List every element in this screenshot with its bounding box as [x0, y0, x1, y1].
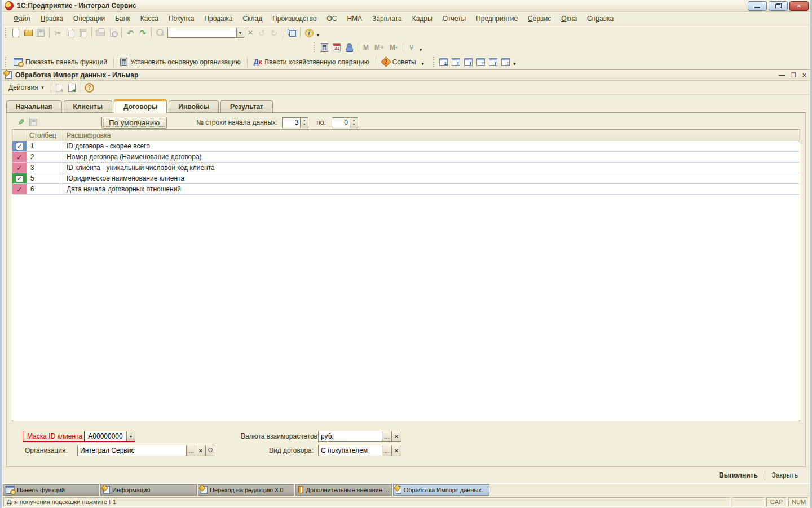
organization-open-icon[interactable]	[206, 445, 215, 456]
save-icon[interactable]	[34, 27, 47, 39]
edit-pencil-icon[interactable]: ✎	[15, 116, 27, 129]
print-preview-icon[interactable]	[107, 27, 119, 39]
table-row[interactable]: ✓ 2 Номер договора (Наименование договор…	[12, 152, 800, 163]
memory-recall-button[interactable]: M	[360, 43, 372, 51]
totals-table-icon[interactable]	[438, 56, 450, 68]
search-input[interactable]	[167, 28, 236, 38]
clear-search-icon[interactable]: ✕	[245, 29, 255, 37]
currency-clear-icon[interactable]: ✕	[392, 431, 401, 442]
mask-dropdown-icon[interactable]: ▼	[126, 431, 135, 441]
menu-item[interactable]: Банк	[110, 13, 135, 24]
save-disabled-icon[interactable]	[27, 116, 39, 129]
menu-item[interactable]: Склад	[237, 13, 267, 24]
document-convert-icon[interactable]	[500, 56, 512, 68]
tab-клиенты[interactable]: Клиенты	[64, 100, 112, 112]
toolbar-grip[interactable]	[4, 57, 8, 67]
organization-input[interactable]	[77, 445, 187, 456]
memory-minus-button[interactable]: M-	[387, 43, 400, 51]
close-button[interactable]: ✕	[789, 1, 809, 11]
calculator-icon[interactable]	[318, 41, 330, 54]
paste-icon[interactable]	[77, 27, 89, 39]
cut-icon[interactable]: ✂	[52, 27, 64, 39]
save-settings-icon[interactable]	[66, 81, 78, 94]
find-prev-icon[interactable]: ↻	[268, 27, 280, 39]
menu-item[interactable]: Покупка	[164, 13, 199, 24]
toolbar-more-icon[interactable]: ▼	[418, 47, 423, 52]
taskbar-button[interactable]: Переход на редакцию 3.0	[198, 484, 294, 496]
find-text-icon[interactable]	[462, 56, 475, 68]
organization-clear-icon[interactable]: ✕	[196, 445, 206, 456]
spinner-arrows-icon[interactable]: ▲▼	[301, 117, 308, 128]
row-checkbox[interactable]: ✓	[16, 143, 23, 150]
default-button[interactable]: По умолчанию	[102, 117, 167, 129]
currency-choose-icon[interactable]: …	[382, 431, 392, 442]
row-mark-cell[interactable]: ✓	[12, 152, 27, 162]
print-icon[interactable]	[94, 27, 107, 39]
menu-item[interactable]: Сервис	[523, 13, 556, 24]
row-mark-cell[interactable]: ✓	[12, 173, 27, 183]
tab-начальная[interactable]: Начальная	[6, 100, 62, 112]
row-checkbox[interactable]: ✓	[16, 175, 23, 182]
menu-item[interactable]: Окна	[556, 13, 582, 24]
menu-item[interactable]: ОС	[321, 13, 342, 24]
menu-item[interactable]: Зарплата	[367, 13, 407, 24]
table-row[interactable]: ✓ 6 Дата начала договорных отношений	[12, 184, 800, 195]
redo-icon[interactable]: ↷	[136, 27, 149, 39]
table-text-icon[interactable]	[450, 56, 462, 68]
row-checkmark-icon[interactable]: ✓	[16, 164, 23, 172]
menu-item[interactable]: Операции	[68, 13, 110, 24]
doc-minimize-icon[interactable]: —	[779, 72, 785, 79]
start-row-input[interactable]	[282, 117, 301, 128]
menu-item[interactable]: Продажа	[199, 13, 237, 24]
spinner-arrows-icon[interactable]: ▲▼	[350, 117, 358, 128]
currency-input[interactable]	[318, 431, 382, 442]
calendar-icon[interactable]	[330, 41, 343, 54]
menu-item[interactable]: Справка	[582, 13, 619, 24]
enter-business-operation-button[interactable]: Дк Ввести хозяйственную операцию	[250, 56, 373, 68]
row-mark-cell[interactable]: ✓	[12, 184, 27, 194]
to-input[interactable]	[332, 117, 350, 128]
table-row[interactable]: ✓ 3 ID клиента - уникальный числовой код…	[12, 163, 800, 173]
find-list-icon[interactable]	[475, 56, 487, 68]
undo-icon[interactable]: ↶	[124, 27, 136, 39]
menu-item[interactable]: Правка	[36, 13, 69, 24]
row-mark-cell[interactable]: ✓	[12, 141, 27, 151]
set-main-organization-button[interactable]: Установить основную организацию	[116, 56, 245, 68]
menu-item[interactable]: Кадры	[407, 13, 438, 24]
document-text-icon[interactable]	[487, 56, 500, 68]
show-function-panel-button[interactable]: Показать панель функций	[10, 56, 111, 68]
row-checkmark-icon[interactable]: ✓	[16, 153, 23, 161]
menu-item[interactable]: Файл	[8, 13, 36, 24]
menu-item[interactable]: Предприятие	[471, 13, 523, 24]
copy-icon[interactable]	[64, 27, 77, 39]
toolbar-more-icon[interactable]: ▼	[513, 62, 517, 67]
minimize-button[interactable]	[748, 1, 767, 11]
find-next-icon[interactable]: ↺	[255, 27, 268, 39]
doc-close-icon[interactable]: ✕	[802, 72, 807, 79]
tab-договоры[interactable]: Договоры	[114, 99, 167, 113]
memory-plus-button[interactable]: M+	[372, 43, 387, 51]
menu-item[interactable]: Касса	[135, 13, 164, 24]
close-window-button[interactable]: Закрыть	[765, 469, 805, 481]
help-icon[interactable]: ?	[83, 81, 96, 94]
search-icon[interactable]	[154, 27, 166, 39]
row-mark-cell[interactable]: ✓	[12, 163, 27, 173]
restore-button[interactable]	[769, 1, 788, 11]
toolbar-grip[interactable]	[432, 57, 436, 67]
tips-button[interactable]: ? Советы	[378, 56, 420, 68]
taskbar-button[interactable]: Информация	[100, 484, 197, 496]
toolbar-grip[interactable]	[4, 28, 8, 38]
doc-restore-icon[interactable]: ❐	[791, 72, 796, 79]
windows-list-icon[interactable]	[285, 27, 298, 39]
tab-инвойсы[interactable]: Инвойсы	[169, 100, 219, 112]
table-row[interactable]: ✓ 1 ID договора - скорее всего	[12, 141, 800, 152]
taskbar-button[interactable]: Дополнительные внешние ...	[295, 484, 392, 496]
table-row[interactable]: ✓ 5 Юридическое наименование клиента	[12, 173, 800, 184]
actions-menu-button[interactable]: Действия ▼	[5, 82, 48, 93]
mask-id-input[interactable]	[85, 431, 126, 441]
info-icon[interactable]: i	[303, 27, 315, 39]
organization-choose-icon[interactable]: …	[187, 445, 196, 456]
new-document-icon[interactable]	[10, 27, 22, 39]
toolbar-grip[interactable]	[312, 42, 316, 52]
contract-type-input[interactable]	[318, 445, 382, 456]
